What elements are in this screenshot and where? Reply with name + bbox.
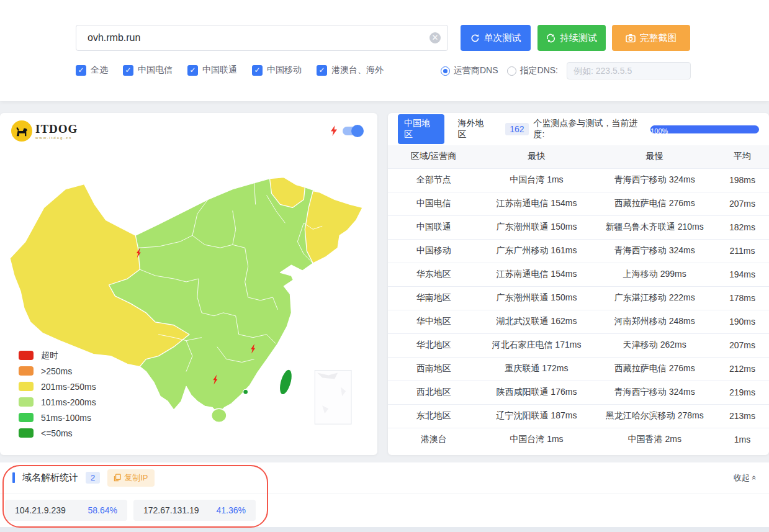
top-toolbar: ✕ 单次测试 持续测试 完整截图 ✓ 全选 ✓ 中国电信 (0, 0, 769, 101)
map-style-toggle[interactable] (343, 127, 362, 135)
fastest-cell: 陕西咸阳联通 176ms (479, 381, 593, 404)
average-cell: 212ms (716, 357, 769, 381)
collapse-button[interactable]: 收起 « (734, 472, 757, 484)
average-cell: 182ms (716, 215, 769, 239)
legend-item: 超时 (19, 348, 96, 363)
slowest-cell: 青海西宁移动 324ms (594, 168, 716, 192)
table-row[interactable]: 东北地区 辽宁沈阳联通 187ms 黑龙江哈尔滨移动 278ms 213ms (388, 404, 769, 428)
checkbox-checked-icon: ✓ (123, 65, 133, 76)
fastest-cell: 中国台湾 1ms (479, 168, 593, 192)
region-cell: 中国移动 (388, 239, 479, 263)
table-row[interactable]: 中国移动 广东广州移动 161ms 青海西宁移动 324ms 211ms (388, 239, 769, 263)
fastest-cell: 江苏南通电信 154ms (479, 263, 593, 286)
legend-swatch (19, 428, 34, 438)
resolved-ip-item[interactable]: 104.21.9.239 58.64% (5, 500, 127, 521)
slowest-cell: 天津移动 262ms (594, 333, 716, 357)
checkbox-label: 中国联通 (202, 65, 237, 76)
region-cell: 华北地区 (388, 333, 479, 357)
line-checkbox[interactable]: ✓ 中国移动 (252, 65, 302, 76)
table-row[interactable]: 中国联通 广东潮州联通 150ms 新疆乌鲁木齐联通 210ms 182ms (388, 215, 769, 239)
legend-item: 51ms-100ms (19, 410, 96, 425)
slowest-cell: 河南郑州移动 248ms (594, 310, 716, 333)
logo-title: ITDOG (35, 123, 78, 135)
camera-icon (626, 34, 636, 43)
region-cell: 华南地区 (388, 286, 479, 310)
average-cell: 219ms (716, 381, 769, 404)
fastest-cell: 中国台湾 1ms (479, 428, 593, 451)
resolved-ip-item[interactable]: 172.67.131.19 41.36% (133, 500, 256, 521)
checkbox-label: 港澳台、海外 (331, 65, 384, 76)
legend-label: 101ms-200ms (41, 397, 96, 407)
fastest-cell: 江苏南通电信 154ms (479, 192, 593, 215)
table-row[interactable]: 西北地区 陕西咸阳联通 176ms 青海西宁移动 324ms 219ms (388, 381, 769, 404)
line-checkbox[interactable]: ✓ 港澳台、海外 (317, 65, 384, 76)
legend-swatch (19, 351, 34, 360)
logo-subtitle: www.itdog.cn (35, 136, 78, 140)
progress-label: 个监测点参与测试，当前进度: (534, 118, 646, 140)
average-cell: 190ms (716, 310, 769, 333)
table-row[interactable]: 全部节点 中国台湾 1ms 青海西宁移动 324ms 198ms (388, 168, 769, 192)
sea-inset (315, 370, 351, 424)
table-row[interactable]: 港澳台 中国台湾 1ms 中国香港 2ms 1ms (388, 428, 769, 451)
custom-dns-input[interactable] (567, 62, 691, 79)
checkbox-checked-icon: ✓ (252, 65, 263, 76)
table-header-row: 区域/运营商最快最慢平均 (388, 145, 769, 168)
region-cell: 中国联通 (388, 215, 479, 239)
copy-ip-label: 复制IP (124, 472, 148, 484)
resolution-title: 域名解析统计 (22, 472, 78, 484)
clear-input-icon[interactable]: ✕ (429, 32, 441, 43)
custom-dns-label: 指定DNS: (520, 65, 558, 76)
legend-label: <=50ms (41, 428, 73, 438)
progress-bar: 100% (650, 125, 759, 133)
single-test-button[interactable]: 单次测试 (461, 25, 531, 51)
full-screenshot-button[interactable]: 完整截图 (612, 25, 690, 51)
tab-overseas-region[interactable]: 海外地区 (452, 114, 498, 144)
average-cell: 207ms (716, 333, 769, 357)
itdog-logo[interactable]: ITDOG www.itdog.cn (11, 120, 78, 142)
slowest-cell: 上海移动 299ms (594, 263, 716, 286)
copy-icon (114, 474, 121, 482)
table-row[interactable]: 西南地区 重庆联通 172ms 西藏拉萨电信 276ms 212ms (388, 357, 769, 381)
collapse-label: 收起 (734, 472, 750, 484)
legend-item: 201ms-250ms (19, 379, 96, 394)
fastest-cell: 广东潮州联通 150ms (479, 215, 593, 239)
checkbox-label: 中国移动 (267, 65, 302, 76)
latency-legend: 超时 >250ms 201ms-250ms 101ms-200ms 51ms-1… (19, 348, 96, 441)
carrier-dns-radio[interactable]: 运营商DNS (441, 65, 498, 76)
slowest-cell: 西藏拉萨电信 276ms (594, 357, 716, 381)
custom-dns-radio[interactable]: 指定DNS: (507, 65, 558, 76)
progress-bar-fill: 100% (650, 127, 668, 133)
legend-item: >250ms (19, 363, 96, 379)
table-row[interactable]: 华中地区 湖北武汉联通 162ms 河南郑州移动 248ms 190ms (388, 310, 769, 333)
table-header-cell: 最慢 (594, 145, 716, 168)
legend-swatch (19, 413, 34, 422)
resolved-ip-list: 104.21.9.239 58.64% 172.67.131.19 41.36% (0, 494, 769, 521)
region-cell: 港澳台 (388, 428, 479, 451)
continuous-test-button[interactable]: 持续测试 (537, 25, 606, 51)
line-checkbox[interactable]: ✓ 全选 (76, 65, 108, 76)
table-row[interactable]: 华南地区 广东潮州联通 150ms 广东湛江移动 222ms 178ms (388, 286, 769, 310)
table-row[interactable]: 华北地区 河北石家庄电信 171ms 天津移动 262ms 207ms (388, 333, 769, 357)
full-screenshot-label: 完整截图 (640, 32, 677, 44)
tab-china-region[interactable]: 中国地区 (398, 114, 444, 144)
checkbox-label: 全选 (91, 65, 108, 76)
fastest-cell: 广东潮州联通 150ms (479, 286, 593, 310)
table-header-cell: 最快 (479, 145, 593, 168)
slowest-cell: 黑龙江哈尔滨移动 278ms (594, 404, 716, 428)
dog-logo-icon (11, 120, 32, 142)
region-cell: 华东地区 (388, 263, 479, 286)
average-cell: 211ms (716, 239, 769, 263)
copy-ip-button[interactable]: 复制IP (107, 469, 154, 487)
ip-address: 172.67.131.19 (143, 505, 199, 515)
checkbox-checked-icon: ✓ (187, 65, 198, 76)
region-cell: 东北地区 (388, 404, 479, 428)
average-cell: 207ms (716, 192, 769, 215)
line-checkbox[interactable]: ✓ 中国联通 (187, 65, 237, 76)
table-row[interactable]: 华东地区 江苏南通电信 154ms 上海移动 299ms 194ms (388, 263, 769, 286)
line-checkbox[interactable]: ✓ 中国电信 (123, 65, 173, 76)
latency-map-panel: ITDOG www.itdog.cn (0, 113, 377, 455)
refresh-loop-icon (546, 34, 555, 43)
legend-swatch (19, 382, 34, 391)
table-row[interactable]: 中国电信 江苏南通电信 154ms 西藏拉萨电信 276ms 207ms (388, 192, 769, 215)
host-input[interactable] (76, 25, 448, 51)
